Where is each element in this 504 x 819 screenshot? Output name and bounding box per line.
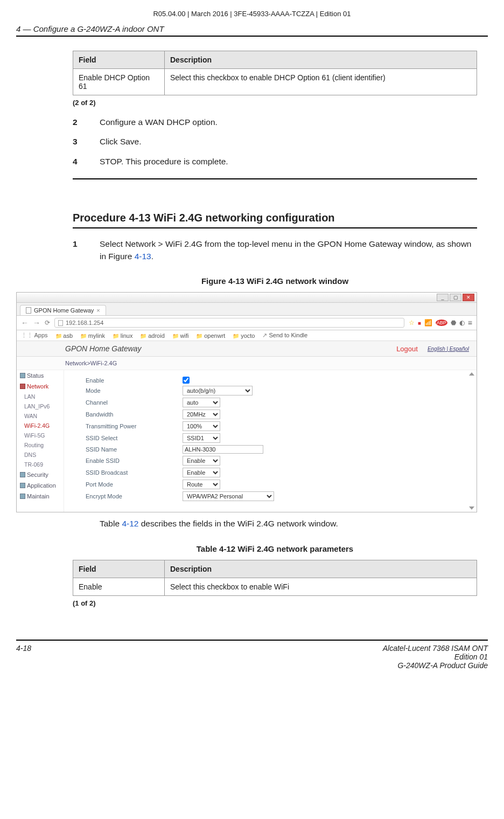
label-port-mode: Port Mode [86,481,183,488]
url-field[interactable]: 192.168.1.254 [54,318,404,328]
sidebar-item-dns[interactable]: DNS [17,450,64,460]
label-ssid-select: SSID Select [86,435,183,441]
section-separator [73,178,477,179]
text-post: describes the fields in the WiFi 2.4G ne… [138,519,338,528]
sidebar-item-security[interactable]: Security [17,469,64,480]
cell-description: Select this checkbox to enable WiFi [165,578,477,595]
language-switch[interactable]: English | Español [428,346,469,352]
footer-right: Alcatel-Lucent 7368 ISAM ONT Edition 01 … [383,644,488,670]
page-number: 4-18 [16,644,31,670]
sidebar-item-lanv6[interactable]: LAN_IPv6 [17,401,64,411]
channel-select[interactable]: auto [183,398,220,407]
address-bar: ← → ⟳ 192.168.1.254 ☆ ■ 📶 ABP ⬣ ◐ ≡ [17,316,477,330]
sidebar-item-wifi24[interactable]: WiFi-2.4G [17,421,64,431]
sidebar-item-wan[interactable]: WAN [17,411,64,421]
extension-icon[interactable]: ⬣ [451,319,456,327]
bookmark-folder[interactable]: mylink [80,332,105,339]
doc-header: R05.04.00 | March 2016 | 3FE-45933-AAAA-… [16,10,488,18]
figure-link[interactable]: 4-13 [135,252,151,261]
wifi-params-table: Field Description Enable Select this che… [73,560,477,596]
bandwidth-select[interactable]: 20MHz [183,410,220,419]
col-field: Field [73,51,165,69]
forward-button[interactable]: → [33,318,40,327]
page-footer: 4-18 Alcatel-Lucent 7368 ISAM ONT Editio… [16,640,488,670]
browser-window: _ ▢ ✕ GPON Home Gateway × ← → ⟳ 192.168.… [16,292,477,512]
bookmarks-bar: ⋮⋮ Apps asb mylink linux adroid wifi ope… [17,330,477,341]
step-text-post: . [151,252,153,261]
close-button[interactable]: ✕ [463,294,474,301]
toolbar-icons: ☆ ■ 📶 ABP ⬣ ◐ ≡ [409,318,472,327]
minimize-button[interactable]: _ [437,294,449,301]
text-pre: Table [100,519,122,528]
bookmark-folder[interactable]: asb [55,332,73,339]
sidebar-item-application[interactable]: Application [17,480,64,491]
scroll-down-icon[interactable] [469,506,474,510]
apps-button[interactable]: ⋮⋮ Apps [21,332,48,339]
ssid-select[interactable]: SSID1 [183,433,220,443]
table-row: Enable DHCP Option 61 Select this checkb… [73,69,477,95]
tab-close-icon[interactable]: × [96,307,100,314]
step: 2 Configure a WAN DHCP option. [73,116,477,128]
bookmark-link[interactable]: Send to Kindle [262,332,307,339]
bookmark-icon[interactable]: ☆ [409,319,415,327]
lang-es[interactable]: Español [450,346,469,352]
bookmark-folder[interactable]: wifi [172,332,189,339]
form-row-enable-ssid: Enable SSID Enable [86,456,467,466]
sidebar-item-wifi5[interactable]: WiFi-5G [17,431,64,440]
form-row-port-mode: Port Mode Route [86,480,467,489]
back-button[interactable]: ← [21,318,29,327]
form-row-ssid-broadcast: SSID Broadcast Enable [86,468,467,477]
table-caption: Table 4-12 WiFi 2.4G network parameters [73,544,477,553]
form-row-channel: Channel auto [86,398,467,407]
sidebar-item-lan[interactable]: LAN [17,392,64,401]
table-row: Enable Select this checkbox to enable Wi… [73,578,477,595]
bookmark-folder[interactable]: yocto [233,332,255,339]
sidebar-item-network[interactable]: Network [17,381,64,392]
step-number: 2 [73,116,100,128]
maximize-button[interactable]: ▢ [450,294,461,301]
sidebar-item-tr069[interactable]: TR-069 [17,460,64,469]
sidebar-item-routing[interactable]: Routing [17,440,64,450]
form-row-enable: Enable [86,377,467,384]
after-figure-text: Table 4-12 describes the fields in the W… [100,518,477,530]
apps-label: Apps [34,332,47,338]
mode-select[interactable]: auto(b/g/n) [183,386,253,395]
sidebar-item-status[interactable]: Status [17,370,64,381]
rss-icon[interactable]: 📶 [424,319,432,327]
step-text-pre: Select Network > WiFi 2.4G from the top-… [100,239,471,260]
form-area: Enable Mode auto(b/g/n) Channel auto Ban… [64,370,477,512]
bookmark-folder[interactable]: openwrt [196,332,225,339]
table-pager: (1 of 2) [73,599,477,607]
port-mode-select[interactable]: Route [183,480,220,489]
ont-body: Status Network LAN LAN_IPv6 WAN WiFi-2.4… [17,370,477,512]
abp-icon[interactable]: ABP [436,320,447,326]
bookmark-folder[interactable]: adroid [140,332,164,339]
table-link[interactable]: 4-12 [122,519,138,528]
dhcp-option-table: Field Description Enable DHCP Option 61 … [73,51,477,95]
extension-icon[interactable]: ■ [418,320,421,326]
enable-checkbox[interactable] [183,377,190,384]
table-row: Field Description [73,51,477,69]
bookmark-folder[interactable]: linux [113,332,132,339]
menu-icon[interactable]: ≡ [468,318,472,327]
ssid-broadcast-select[interactable]: Enable [183,468,220,477]
label-encrypt-mode: Encrypt Mode [86,493,183,499]
sidebar-item-maintain[interactable]: Maintain [17,491,64,502]
form-row-ssid-select: SSID Select SSID1 [86,433,467,443]
cell-field: Enable DHCP Option 61 [73,69,165,95]
label-enable-ssid: Enable SSID [86,457,183,464]
encrypt-mode-select[interactable]: WPA/WPA2 Personal [183,491,274,501]
lang-en[interactable]: English [428,346,445,352]
reload-button[interactable]: ⟳ [45,319,50,327]
ssid-name-input[interactable] [183,445,263,454]
page-icon [58,320,63,326]
logout-link[interactable]: Logout [396,345,418,353]
scroll-up-icon[interactable] [469,372,474,376]
browser-tab[interactable]: GPON Home Gateway × [20,305,106,315]
enable-ssid-select[interactable]: Enable [183,456,220,466]
extension-icon[interactable]: ◐ [459,319,465,327]
label-enable: Enable [86,377,183,384]
step: 3 Click Save. [73,136,477,148]
txpower-select[interactable]: 100% [183,421,220,431]
page-icon [26,307,31,314]
